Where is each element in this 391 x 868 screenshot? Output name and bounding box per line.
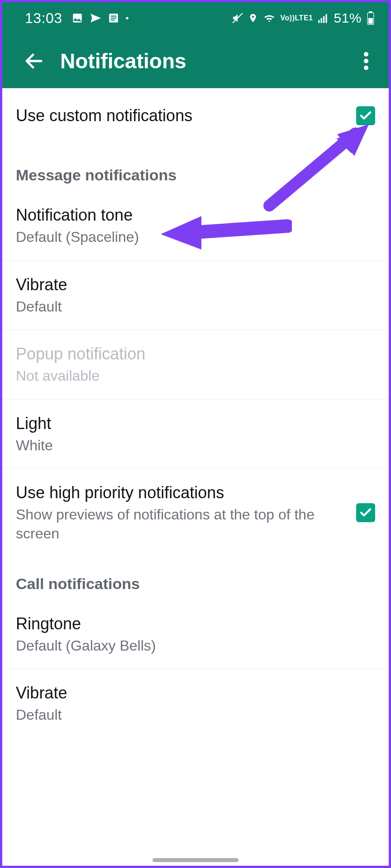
popup-notification-sub: Not available — [16, 367, 366, 386]
call-vibrate-sub: Default — [16, 706, 366, 725]
message-vibrate-row[interactable]: Vibrate Default — [2, 261, 389, 330]
battery-text: 51% — [334, 10, 362, 26]
light-row[interactable]: Light White — [2, 400, 389, 469]
notification-tone-row[interactable]: Notification tone Default (Spaceline) — [2, 191, 389, 261]
signal-icon — [317, 12, 329, 24]
message-vibrate-sub: Default — [16, 297, 366, 316]
status-clock: 13:03 — [25, 10, 62, 27]
svg-rect-7 — [319, 20, 320, 23]
wifi-icon — [262, 12, 276, 24]
check-icon — [359, 506, 372, 519]
notification-tone-sub: Default (Spaceline) — [16, 228, 366, 247]
svg-point-16 — [364, 59, 368, 63]
nav-bar — [2, 858, 389, 862]
mute-icon — [232, 12, 243, 24]
call-vibrate-row[interactable]: Vibrate Default — [2, 669, 389, 738]
svg-rect-3 — [110, 18, 116, 19]
arrow-left-icon — [23, 50, 45, 72]
svg-rect-12 — [369, 11, 372, 13]
ringtone-row[interactable]: Ringtone Default (Galaxy Bells) — [2, 600, 389, 670]
gallery-icon — [72, 12, 83, 24]
page-title: Notifications — [60, 49, 353, 73]
svg-rect-2 — [110, 16, 116, 17]
back-button[interactable] — [16, 50, 52, 72]
svg-rect-10 — [326, 14, 327, 23]
settings-list: Use custom notifications Message notific… — [2, 88, 389, 738]
message-notifications-header: Message notifications — [2, 130, 389, 191]
svg-rect-13 — [368, 18, 373, 24]
status-right: Vo))LTE1 51% — [232, 10, 375, 26]
call-notifications-header: Call notifications — [2, 557, 389, 600]
popup-notification-row: Popup notification Not available — [2, 330, 389, 400]
battery-icon — [366, 11, 375, 25]
send-icon — [90, 12, 101, 24]
use-custom-notifications-row[interactable]: Use custom notifications — [2, 88, 389, 130]
screen: 13:03 • Vo))LTE1 — [0, 0, 391, 868]
use-custom-notifications-label: Use custom notifications — [16, 105, 347, 126]
ringtone-sub: Default (Galaxy Bells) — [16, 637, 366, 656]
notification-tone-title: Notification tone — [16, 205, 366, 225]
status-bar: 13:03 • Vo))LTE1 — [2, 2, 389, 34]
message-vibrate-title: Vibrate — [16, 274, 366, 295]
high-priority-checkbox[interactable] — [356, 503, 375, 522]
svg-rect-8 — [321, 18, 322, 23]
more-vert-icon — [364, 51, 368, 71]
svg-rect-4 — [110, 19, 114, 20]
check-icon — [359, 109, 372, 123]
light-title: Light — [16, 413, 366, 434]
news-icon — [108, 12, 119, 24]
volte-icon: Vo))LTE1 — [281, 15, 313, 21]
overflow-menu-button[interactable] — [353, 51, 380, 71]
location-icon — [248, 12, 258, 24]
high-priority-title: Use high priority notifications — [16, 482, 347, 503]
popup-notification-title: Popup notification — [16, 344, 366, 364]
light-sub: White — [16, 436, 366, 455]
high-priority-sub: Show previews of notifications at the to… — [16, 505, 347, 543]
call-vibrate-title: Vibrate — [16, 683, 366, 703]
nav-handle[interactable] — [153, 858, 238, 862]
svg-rect-9 — [323, 16, 324, 23]
svg-point-17 — [364, 66, 368, 70]
ringtone-title: Ringtone — [16, 613, 366, 634]
svg-point-6 — [252, 16, 254, 18]
status-left: 13:03 • — [25, 10, 129, 27]
use-custom-notifications-checkbox[interactable] — [356, 106, 375, 125]
app-bar: Notifications — [2, 34, 389, 88]
status-dot-icon: • — [126, 13, 129, 24]
high-priority-row[interactable]: Use high priority notifications Show pre… — [2, 469, 389, 557]
svg-point-15 — [364, 52, 368, 57]
